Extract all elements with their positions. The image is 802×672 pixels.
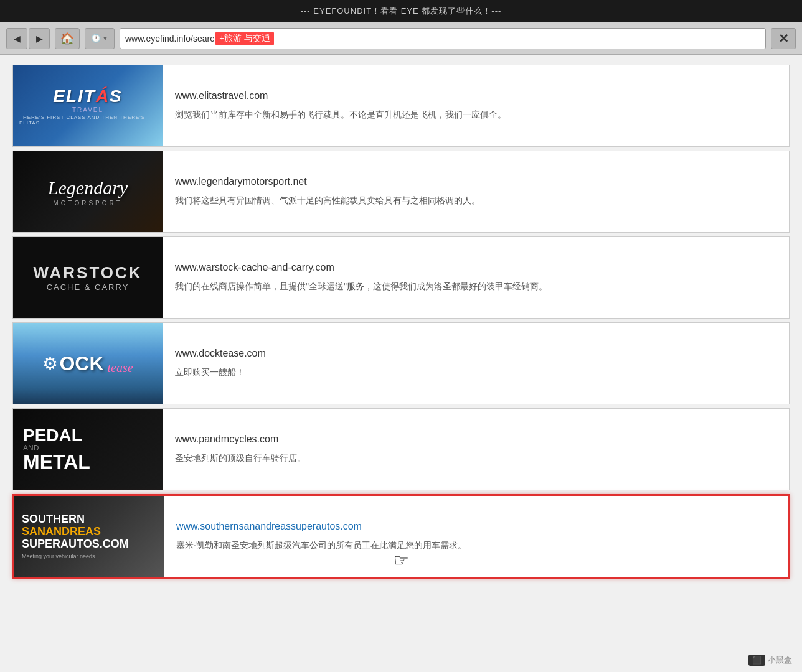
nav-buttons: ◀ ▶ [6, 28, 50, 49]
top-bar: --- EYEFOUNDIT！看看 EYE 都发现了些什么！--- [0, 0, 802, 22]
result-thumbnail-warstock: WARSTOCK CACHE & CARRY [13, 237, 163, 318]
result-info-elitas: www.elitastravel.com 浏览我们当前库存中全新和易手的飞行载具… [163, 65, 789, 146]
address-bar[interactable]: www.eyefind.info/searc +旅游 与交通 [120, 28, 766, 49]
result-url-legendary: www.legendarymotorsport.net [175, 176, 776, 187]
result-thumbnail-southern: SOUTHERN SANANDREAS SUPERAUTOS.COM Meeti… [14, 496, 164, 577]
result-desc-pedal: 圣安地列斯的顶级自行车骑行店。 [175, 451, 776, 465]
result-info-legendary: www.legendarymotorsport.net 我们将这些具有异国情调、… [163, 151, 789, 232]
result-desc-southern: 塞米·凯勒和南圣安地列斯超级汽车公司的所有员工在此满足您的用车需求。 [176, 538, 775, 552]
result-thumbnail-elitas: ELITÁS TRAVEL THERE'S FIRST CLASS AND TH… [13, 65, 163, 146]
watermark-text: 小黑盒 [768, 655, 792, 666]
main-content: ELITÁS TRAVEL THERE'S FIRST CLASS AND TH… [0, 55, 802, 672]
result-info-warstock: www.warstock-cache-and-carry.com 我们的在线商店… [163, 237, 789, 318]
result-desc-elitas: 浏览我们当前库存中全新和易手的飞行载具。不论是直升机还是飞机，我们一应俱全。 [175, 108, 776, 121]
result-thumbnail-legendary: Legendary MOTORSPORT [13, 151, 163, 232]
forward-button[interactable]: ▶ [29, 28, 50, 49]
result-url-docktease: www.docktease.com [175, 348, 776, 359]
browser-chrome: ◀ ▶ 🏠 🕐 ▼ www.eyefind.info/searc +旅游 与交通… [0, 22, 802, 55]
close-button[interactable]: ✕ [771, 28, 796, 49]
result-info-southern: www.southernsanandreassuperautos.com 塞米·… [164, 496, 788, 577]
home-button[interactable]: 🏠 [55, 28, 80, 49]
result-item-warstock[interactable]: WARSTOCK CACHE & CARRY www.warstock-cach… [12, 236, 790, 319]
result-url-southern[interactable]: www.southernsanandreassuperautos.com [176, 521, 775, 532]
result-url-elitas: www.elitastravel.com [175, 90, 776, 101]
result-desc-warstock: 我们的在线商店操作简单，且提供"全球运送"服务，这使得我们成为洛圣都最好的装甲车… [175, 279, 776, 293]
result-desc-docktease: 立即购买一艘船！ [175, 365, 776, 379]
top-bar-text: --- EYEFOUNDIT！看看 EYE 都发现了些什么！--- [301, 6, 502, 17]
result-item-legendary[interactable]: Legendary MOTORSPORT www.legendarymotors… [12, 151, 790, 233]
result-thumbnail-docktease: ⚙ OCK tease [13, 323, 163, 404]
result-url-pedal: www.pandmcycles.com [175, 434, 776, 445]
result-item-southern[interactable]: SOUTHERN SANANDREAS SUPERAUTOS.COM Meeti… [12, 494, 790, 579]
watermark: ⬛ 小黑盒 [748, 655, 792, 666]
result-desc-legendary: 我们将这些具有异国情调、气派十足的高性能载具卖给具有与之相同格调的人。 [175, 194, 776, 207]
address-highlight: +旅游 与交通 [215, 32, 274, 45]
result-item-elitas[interactable]: ELITÁS TRAVEL THERE'S FIRST CLASS AND TH… [12, 65, 790, 147]
address-url: www.eyefind.info/searc [125, 34, 214, 44]
result-url-warstock: www.warstock-cache-and-carry.com [175, 262, 776, 273]
result-item-docktease[interactable]: ⚙ OCK tease www.docktease.com 立即购买一艘船！ [12, 322, 790, 404]
back-button[interactable]: ◀ [6, 28, 27, 49]
result-thumbnail-pedal: PEDAL AND METAL [13, 409, 163, 490]
result-item-pedal[interactable]: PEDAL AND METAL www.pandmcycles.com 圣安地列… [12, 408, 790, 490]
result-info-docktease: www.docktease.com 立即购买一艘船！ [163, 323, 789, 404]
result-info-pedal: www.pandmcycles.com 圣安地列斯的顶级自行车骑行店。 [163, 409, 789, 490]
history-button[interactable]: 🕐 ▼ [85, 28, 115, 49]
watermark-icon: ⬛ [748, 655, 765, 666]
